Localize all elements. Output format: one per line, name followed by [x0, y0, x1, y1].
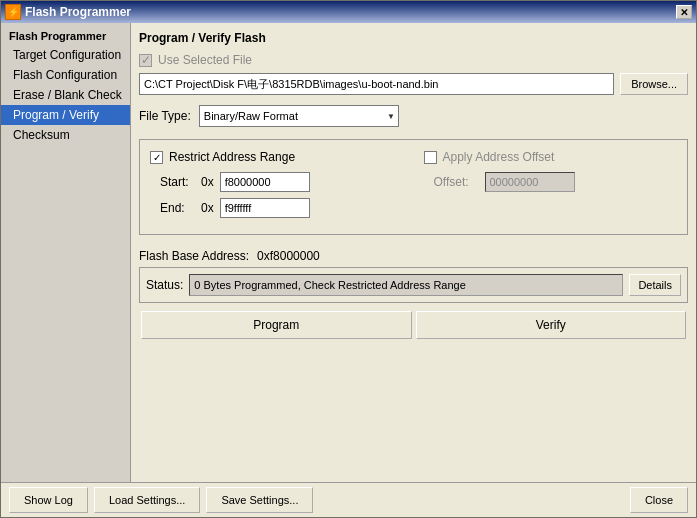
title-bar: ⚡ Flash Programmer ✕ [1, 1, 696, 23]
filetype-row: File Type: Binary/Raw Format Intel HEX M… [139, 105, 688, 127]
address-section: Restrict Address Range Start: 0x End: 0x [139, 139, 688, 235]
app-icon: ⚡ [5, 4, 21, 20]
bottom-bar: Show Log Load Settings... Save Settings.… [1, 482, 696, 517]
flash-base-row: Flash Base Address: 0xf8000000 [139, 245, 688, 267]
main-window: ⚡ Flash Programmer ✕ Flash Programmer Ta… [0, 0, 697, 518]
file-path-input[interactable] [139, 73, 614, 95]
sidebar-item-flash-config[interactable]: Flash Configuration [1, 65, 130, 85]
title-bar-left: ⚡ Flash Programmer [5, 4, 131, 20]
restrict-checkbox[interactable] [150, 151, 163, 164]
filetype-select[interactable]: Binary/Raw Format Intel HEX Motorola S-R… [199, 105, 399, 127]
start-row: Start: 0x [160, 172, 404, 192]
end-label: End: [160, 201, 195, 215]
sidebar-item-erase-blank[interactable]: Erase / Blank Check [1, 85, 130, 105]
end-row: End: 0x [160, 198, 404, 218]
flash-base-value: 0xf8000000 [257, 249, 320, 263]
use-file-checkbox[interactable]: ✓ [139, 54, 152, 67]
panel-title: Program / Verify Flash [139, 31, 688, 45]
flash-base-label: Flash Base Address: [139, 249, 249, 263]
end-prefix: 0x [201, 201, 214, 215]
bottom-btns-left: Show Log Load Settings... Save Settings.… [9, 487, 313, 513]
program-button[interactable]: Program [141, 311, 412, 339]
main-content: Flash Programmer Target Configuration Fl… [1, 23, 696, 482]
window-title: Flash Programmer [25, 5, 131, 19]
offset-row: Offset: [434, 172, 678, 192]
show-log-button[interactable]: Show Log [9, 487, 88, 513]
filetype-select-wrapper: Binary/Raw Format Intel HEX Motorola S-R… [199, 105, 399, 127]
sidebar-item-target-config[interactable]: Target Configuration [1, 45, 130, 65]
offset-label: Offset: [434, 175, 479, 189]
restrict-block: Restrict Address Range Start: 0x End: 0x [150, 150, 404, 224]
close-icon[interactable]: ✕ [676, 5, 692, 19]
start-input[interactable] [220, 172, 310, 192]
save-settings-button[interactable]: Save Settings... [206, 487, 313, 513]
restrict-checkbox-row: Restrict Address Range [150, 150, 404, 164]
sidebar-item-checksum[interactable]: Checksum [1, 125, 130, 145]
apply-checkbox[interactable] [424, 151, 437, 164]
verify-button[interactable]: Verify [416, 311, 687, 339]
apply-block: Apply Address Offset Offset: [424, 150, 678, 224]
details-button[interactable]: Details [629, 274, 681, 296]
close-button[interactable]: Close [630, 487, 688, 513]
filetype-label: File Type: [139, 109, 191, 123]
apply-checkbox-row: Apply Address Offset [424, 150, 678, 164]
load-settings-button[interactable]: Load Settings... [94, 487, 200, 513]
sidebar-item-program-verify[interactable]: Program / Verify [1, 105, 130, 125]
status-section: Status: Details [139, 267, 688, 303]
end-input[interactable] [220, 198, 310, 218]
start-label: Start: [160, 175, 195, 189]
sidebar: Flash Programmer Target Configuration Fl… [1, 23, 131, 482]
use-file-row: ✓ Use Selected File [139, 53, 688, 67]
browse-button[interactable]: Browse... [620, 73, 688, 95]
sidebar-header: Flash Programmer [1, 27, 130, 45]
use-file-label: Use Selected File [158, 53, 252, 67]
status-input [189, 274, 623, 296]
start-prefix: 0x [201, 175, 214, 189]
restrict-label: Restrict Address Range [169, 150, 295, 164]
apply-label: Apply Address Offset [443, 150, 555, 164]
offset-input [485, 172, 575, 192]
file-row: Browse... [139, 73, 688, 95]
status-label: Status: [146, 278, 183, 292]
action-row: Program Verify [139, 311, 688, 339]
right-panel: Program / Verify Flash ✓ Use Selected Fi… [131, 23, 696, 482]
